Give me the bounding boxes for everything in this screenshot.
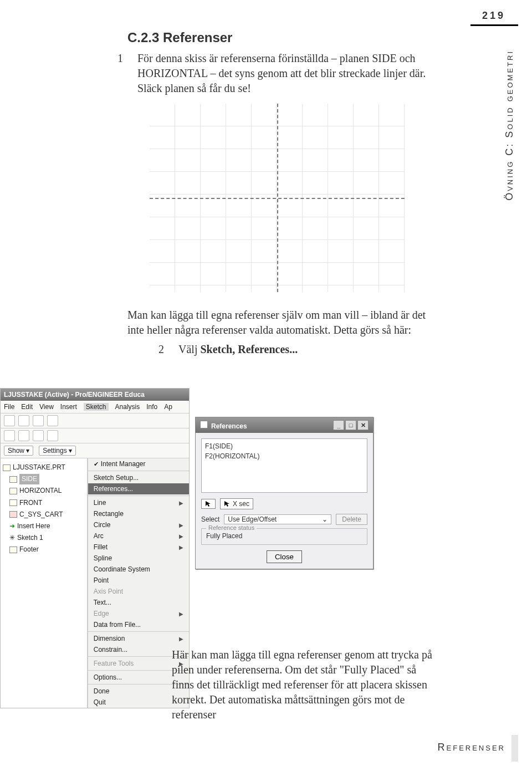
step-1-text: För denna skiss är referenserna förinstä… <box>137 52 426 94</box>
cursor-arrow-icon <box>205 501 212 507</box>
cursor-arrow-icon <box>224 501 231 507</box>
close-window-button[interactable]: ✕ <box>357 420 369 430</box>
tree-item-insert-here[interactable]: ➜ Insert Here <box>3 520 85 532</box>
header-rule <box>470 24 518 26</box>
sketch-icon: ✳ <box>9 533 15 543</box>
select-row: Select Use Edge/Offset ⌄ Delete <box>201 514 367 525</box>
maximize-button[interactable]: □ <box>345 420 356 430</box>
reference-status-fieldset: Reference status Fully Placed <box>201 528 367 545</box>
menu-line[interactable]: Line▶ <box>88 497 189 508</box>
arrow-icon: ➜ <box>9 521 15 532</box>
menu-arc[interactable]: Arc▶ <box>88 530 189 542</box>
submenu-arrow-icon: ▶ <box>179 544 183 550</box>
close-button[interactable]: Close <box>267 550 302 563</box>
proe-titlebar: LJUSSTAKE (Active) - Pro/ENGINEER Educa <box>1 389 189 401</box>
tree-item-footer[interactable]: Footer <box>3 544 85 555</box>
menu-fillet[interactable]: Fillet▶ <box>88 542 189 553</box>
toolbar-button[interactable] <box>4 415 15 426</box>
part-icon <box>3 464 11 471</box>
menu-text[interactable]: Text... <box>88 597 189 608</box>
select-label: Select <box>201 515 219 523</box>
paragraph-mid: Man kan lägga till egna referenser själv… <box>127 308 438 338</box>
paragraph-below: Här kan man lägga till egna referenser g… <box>172 647 438 722</box>
submenu-arrow-icon: ▶ <box>179 611 183 617</box>
horizontal-reference-line <box>150 198 405 199</box>
proe-title: LJUSSTAKE (Active) - Pro/ENGINEER Educa <box>4 391 145 399</box>
toolbar-button[interactable] <box>47 415 58 426</box>
step-2-prefix: Välj <box>178 343 200 355</box>
toolbar-button[interactable] <box>4 430 15 441</box>
sketch-grid-figure <box>150 104 405 292</box>
minimize-button[interactable]: _ <box>333 420 344 430</box>
tree-item-sketch1[interactable]: ✳ Sketch 1 <box>3 532 85 544</box>
tree-item-label: SIDE <box>19 474 39 484</box>
proe-body: LJUSSTAKE.PRT SIDE HORIZONTAL FRONT C_SY… <box>1 458 189 708</box>
step-2-command: Sketch, References... <box>200 343 298 355</box>
xsec-label: X sec <box>233 500 249 508</box>
toolbar-button[interactable] <box>47 430 58 441</box>
menu-edge: Edge▶ <box>88 608 189 619</box>
menu-info[interactable]: Info <box>146 403 157 411</box>
toolbar-button[interactable] <box>33 430 44 441</box>
menu-edit[interactable]: Edit <box>21 403 33 411</box>
menu-references[interactable]: References... <box>88 483 189 494</box>
delete-button[interactable]: Delete <box>336 514 367 525</box>
menu-sketch[interactable]: Sketch <box>84 403 109 411</box>
reference-item[interactable]: F2(HORIZONTAL) <box>205 451 364 461</box>
menu-file[interactable]: File <box>4 403 14 411</box>
toolbar-button[interactable] <box>18 430 29 441</box>
tree-item-label: Footer <box>19 544 39 555</box>
proe-menubar: File Edit View Insert Sketch Analysis In… <box>1 401 189 413</box>
csys-icon <box>9 511 17 518</box>
menu-analysis[interactable]: Analysis <box>115 403 140 411</box>
show-dropdown[interactable]: Show ▾ <box>4 446 33 456</box>
page-number: 219 <box>482 10 505 22</box>
tree-root-label: LJUSSTAKE.PRT <box>13 462 65 473</box>
proe-toolbar-1 <box>1 413 189 428</box>
tree-item-front[interactable]: FRONT <box>3 497 85 509</box>
settings-dropdown[interactable]: Settings ▾ <box>39 446 76 456</box>
toolbar-button[interactable] <box>33 415 44 426</box>
step-1-number: 1 <box>127 51 137 66</box>
toolbar-button[interactable] <box>18 415 29 426</box>
menu-spline[interactable]: Spline <box>88 553 189 564</box>
menu-rectangle[interactable]: Rectangle <box>88 508 189 519</box>
tree-item-csys[interactable]: C_SYS_CART <box>3 509 85 520</box>
section-heading: C.2.3 Referenser <box>127 30 438 45</box>
fieldset-legend: Reference status <box>206 524 257 531</box>
select-dropdown[interactable]: Use Edge/Offset ⌄ <box>224 514 331 524</box>
footer-label: Referenser <box>438 742 505 753</box>
main-content: C.2.3 Referenser 1För denna skiss är ref… <box>127 30 438 365</box>
xsec-button[interactable]: X sec <box>220 498 253 509</box>
menu-data-from-file[interactable]: Data from File... <box>88 619 189 630</box>
menu-circle[interactable]: Circle▶ <box>88 519 189 530</box>
menu-insert[interactable]: Insert <box>60 403 77 411</box>
plane-icon <box>9 499 17 506</box>
step-2-number: 2 <box>168 342 178 357</box>
submenu-arrow-icon: ▶ <box>179 500 183 506</box>
dialog-title: References <box>211 422 247 430</box>
menu-point[interactable]: Point <box>88 575 189 586</box>
tree-root[interactable]: LJUSSTAKE.PRT <box>3 462 85 473</box>
submenu-arrow-icon: ▶ <box>179 522 183 528</box>
menu-sketch-setup[interactable]: Sketch Setup... <box>88 472 189 483</box>
references-listbox[interactable]: F1(SIDE) F2(HORIZONTAL) <box>201 438 367 493</box>
menu-view[interactable]: View <box>39 403 54 411</box>
menu-app[interactable]: Ap <box>164 403 172 411</box>
pick-arrow-button[interactable] <box>201 499 216 509</box>
menu-dimension[interactable]: Dimension▶ <box>88 633 189 644</box>
menu-separator <box>88 631 189 632</box>
plane-icon <box>9 488 17 494</box>
tree-item-side[interactable]: SIDE <box>3 473 85 485</box>
tree-item-horizontal[interactable]: HORIZONTAL <box>3 485 85 497</box>
menu-separator <box>88 471 189 471</box>
step-2: 2Välj Sketch, References... <box>127 342 438 357</box>
reference-item[interactable]: F1(SIDE) <box>205 441 364 451</box>
model-tree: LJUSSTAKE.PRT SIDE HORIZONTAL FRONT C_SY… <box>1 458 88 708</box>
menu-separator <box>88 496 189 496</box>
menu-coord-sys[interactable]: Coordinate System <box>88 564 189 575</box>
reference-status-value: Fully Placed <box>206 532 362 540</box>
check-icon: ✔ <box>94 461 99 467</box>
menu-intent-manager[interactable]: ✔Intent Manager <box>88 458 189 469</box>
dialog-body: F1(SIDE) F2(HORIZONTAL) X sec Select Use… <box>196 433 373 569</box>
